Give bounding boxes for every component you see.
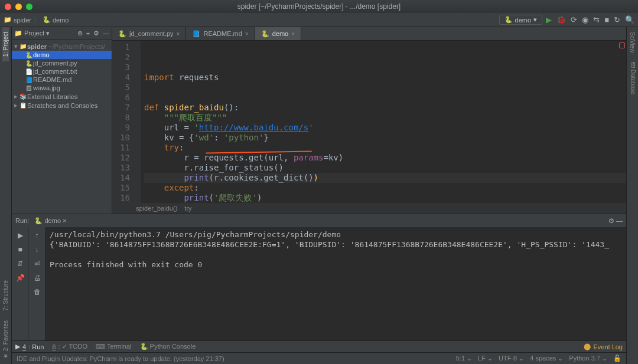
close-window-button[interactable]	[5, 4, 11, 10]
project-collapse-icon[interactable]: ÷	[86, 29, 90, 37]
minimize-window-button[interactable]	[15, 4, 22, 10]
left-tab-structure[interactable]: 7: Structure	[2, 276, 9, 316]
fold-gutter[interactable]	[134, 41, 141, 203]
navigation-bar: 📁spider 〉 🐍 demo 🐍 demo ▾ ▶ 🐞 ⟳ ◉ ⇆ ■ ↻ …	[0, 13, 638, 27]
close-tab-icon[interactable]: ×	[291, 31, 295, 37]
bottom-tab-todo[interactable]: 6: ✓ TODO	[52, 343, 87, 350]
vcs-update-button[interactable]: ↻	[614, 15, 620, 24]
coverage-button[interactable]: ⟳	[571, 15, 577, 24]
left-sidebar: 1: Project 7: Structure ★ 2: Favorites	[0, 27, 12, 364]
right-sidebar: SciView 🗄 Database	[626, 27, 638, 364]
editor-tab-demo[interactable]: 🐍 demo ×	[255, 27, 301, 40]
rerun-button[interactable]: ▶	[15, 231, 25, 240]
error-indicator[interactable]	[619, 42, 625, 48]
scroll-down-button[interactable]: ↓	[32, 245, 42, 254]
path-breadcrumbs: 📁spider 〉 🐍 demo	[4, 15, 69, 24]
stop-button[interactable]: ■	[604, 15, 609, 24]
editor-tabs: 🐍 jd_comment.py ×📘 README.md ×🐍 demo ×	[112, 27, 626, 41]
profile-button[interactable]: ◉	[582, 15, 588, 24]
zoom-window-button[interactable]	[26, 4, 32, 10]
window-controls	[5, 4, 32, 10]
line-gutter: 12345678910111213141516171819	[112, 41, 134, 203]
tree-file-jd_comment.py[interactable]: 🐍jd_comment.py	[12, 59, 112, 67]
run-button[interactable]: ▶	[546, 15, 552, 24]
project-pane: 📁 Project ▾ ⊚ ÷ ⚙ — ▾📁 spider ~/PycharmP…	[12, 27, 112, 214]
left-tab-project[interactable]: 1: Project	[2, 27, 9, 61]
debug-button[interactable]: 🐞	[556, 15, 566, 24]
event-log-button[interactable]: ⬤ Event Log	[584, 343, 623, 350]
tree-file-README.md[interactable]: 📘README.md	[12, 76, 112, 84]
tree-extra[interactable]: ▸📚External Libraries	[12, 92, 112, 101]
clear-button[interactable]: 🗑	[32, 287, 42, 297]
search-everywhere-button[interactable]: 🔍	[625, 15, 634, 24]
status-item[interactable]: 4 spaces ⌄	[530, 355, 563, 362]
status-item[interactable]: LF ⌄	[478, 355, 493, 362]
right-tab-database[interactable]: 🗄 Database	[629, 57, 636, 100]
close-tab-icon[interactable]: ×	[245, 31, 249, 37]
tree-file-wawa.jpg[interactable]: 🖼wawa.jpg	[12, 84, 112, 92]
scroll-up-button[interactable]: ↑	[32, 231, 42, 240]
print-button[interactable]: 🖨	[32, 273, 42, 283]
tree-file-jd_comment.txt[interactable]: 📄jd_comment.txt	[12, 67, 112, 76]
status-item[interactable]: Python 3.7 ⌄	[569, 355, 607, 362]
status-item[interactable]: UTF-8 ⌄	[499, 355, 524, 362]
console-output[interactable]: /usr/local/bin/python3.7 /Users/pig/Pych…	[45, 227, 626, 340]
crumb-separator: 〉	[34, 15, 40, 24]
status-message: IDE and Plugin Updates: PyCharm is ready…	[17, 355, 224, 362]
stop-process-button[interactable]: ■	[15, 245, 25, 254]
editor-tab-README.md[interactable]: 📘 README.md ×	[186, 27, 255, 40]
bottom-tab-terminal[interactable]: ⌨ Terminal	[96, 343, 131, 350]
project-gear-icon[interactable]: ⚙	[93, 29, 99, 37]
project-pane-title: 📁 Project ▾	[14, 29, 50, 37]
bottom-tab-python console[interactable]: 🐍 Python Console	[140, 343, 196, 350]
close-tab-icon[interactable]: ×	[177, 31, 180, 37]
right-tab-sciview[interactable]: SciView	[629, 27, 636, 57]
attach-button[interactable]: ⇆	[593, 15, 600, 24]
readonly-lock-icon[interactable]: 🔓	[613, 355, 621, 362]
project-tree[interactable]: ▾📁 spider ~/PycharmProjects/ 🐍demo🐍jd_co…	[12, 40, 112, 112]
code-editor[interactable]: import requestsdef spider_baidu(): """爬取…	[141, 41, 626, 203]
project-scope-icon[interactable]: ⊚	[77, 29, 83, 37]
titlebar: spider [~/PycharmProjects/spider] - .../…	[0, 0, 638, 13]
pin-button[interactable]: 📌	[15, 273, 25, 283]
editor-tab-jd_comment.py[interactable]: 🐍 jd_comment.py ×	[112, 27, 186, 40]
project-hide-icon[interactable]: —	[103, 29, 109, 37]
run-panel-hide-icon[interactable]: —	[616, 217, 623, 224]
run-panel-gear-icon[interactable]: ⚙	[608, 217, 614, 224]
left-tab-favorites[interactable]: ★ 2: Favorites	[2, 316, 9, 364]
run-panel: Run: 🐍 demo × ⚙ — ▶ ■ ⇵ 📌 ↑ ↓ ⏎ 🖨	[12, 214, 626, 340]
tree-extra[interactable]: ▸📋Scratches and Consoles	[12, 101, 112, 110]
run-configuration-select[interactable]: 🐍 demo ▾	[499, 15, 543, 25]
bottom-tool-tabs: ▶ 4: Run6: ✓ TODO⌨ Terminal🐍 Python Cons…	[12, 340, 626, 352]
status-item[interactable]: 5:1 ⌄	[456, 355, 472, 362]
soft-wrap-button[interactable]: ⏎	[32, 259, 42, 268]
run-panel-title: Run:	[15, 217, 29, 224]
tree-root[interactable]: ▾📁 spider ~/PycharmProjects/	[12, 42, 112, 51]
editor-breadcrumbs[interactable]: spider_baidu() try	[112, 203, 626, 214]
status-bar: IDE and Plugin Updates: PyCharm is ready…	[12, 352, 626, 364]
bottom-tab-run[interactable]: ▶ 4: Run	[15, 343, 44, 350]
run-panel-tab[interactable]: demo	[44, 217, 61, 224]
window-title: spider [~/PycharmProjects/spider] - .../…	[237, 2, 401, 11]
crumb-root[interactable]: 📁spider	[4, 16, 31, 24]
crumb-file[interactable]: 🐍 demo	[43, 16, 69, 24]
tree-file-demo[interactable]: 🐍demo	[12, 51, 112, 59]
layout-button[interactable]: ⇵	[15, 259, 25, 268]
